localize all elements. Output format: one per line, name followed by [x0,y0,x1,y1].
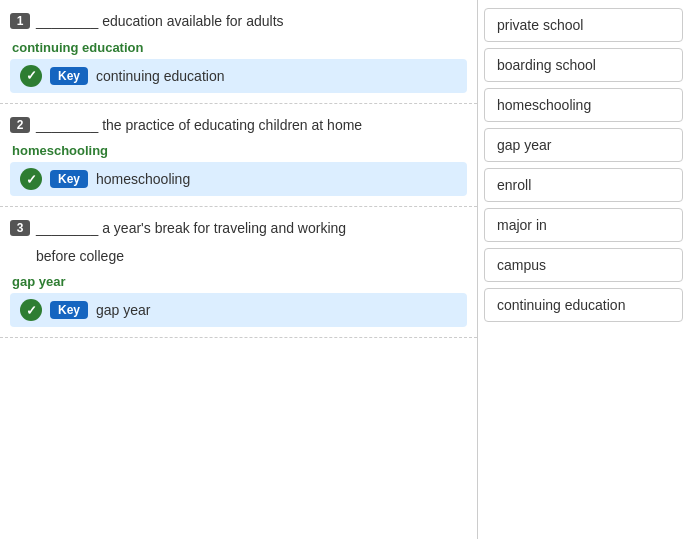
right-panel: private school boarding school homeschoo… [478,0,689,539]
blank-3: ________ [36,220,98,236]
right-item-major-in[interactable]: major in [484,208,683,242]
answer-row-1: Key continuing education [10,59,467,93]
question-block-3: 3 ________ a year's break for traveling … [0,207,477,338]
answer-text-3: gap year [96,302,150,318]
question-text-3: ________ a year's break for traveling an… [36,219,346,239]
right-item-gap-year[interactable]: gap year [484,128,683,162]
key-badge-1: Key [50,67,88,85]
question-number-2: 2 [10,117,30,133]
right-item-enroll[interactable]: enroll [484,168,683,202]
blank-1: ________ [36,13,98,29]
question-row-1: 1 ________ education available for adult… [10,12,467,32]
right-item-campus[interactable]: campus [484,248,683,282]
question-block-1: 1 ________ education available for adult… [0,0,477,104]
right-item-homeschooling[interactable]: homeschooling [484,88,683,122]
key-badge-2: Key [50,170,88,188]
question-row-2: 2 ________ the practice of educating chi… [10,116,467,136]
question-text-2: ________ the practice of educating child… [36,116,362,136]
question-block-2: 2 ________ the practice of educating chi… [0,104,477,208]
right-item-continuing-education[interactable]: continuing education [484,288,683,322]
check-icon-1 [20,65,42,87]
question-number-3: 3 [10,220,30,236]
right-item-boarding-school[interactable]: boarding school [484,48,683,82]
answer-row-2: Key homeschooling [10,162,467,196]
question-number-1: 1 [10,13,30,29]
answer-text-2: homeschooling [96,171,190,187]
question-text-3b: before college [10,247,467,267]
check-icon-2 [20,168,42,190]
left-panel: 1 ________ education available for adult… [0,0,478,539]
answer-label-2: homeschooling [10,143,467,158]
blank-2: ________ [36,117,98,133]
answer-label-3: gap year [10,274,467,289]
answer-label-1: continuing education [10,40,467,55]
check-icon-3 [20,299,42,321]
key-badge-3: Key [50,301,88,319]
answer-row-3: Key gap year [10,293,467,327]
right-item-private-school[interactable]: private school [484,8,683,42]
question-text-1: ________ education available for adults [36,12,284,32]
question-row-3: 3 ________ a year's break for traveling … [10,219,467,239]
answer-text-1: continuing education [96,68,224,84]
